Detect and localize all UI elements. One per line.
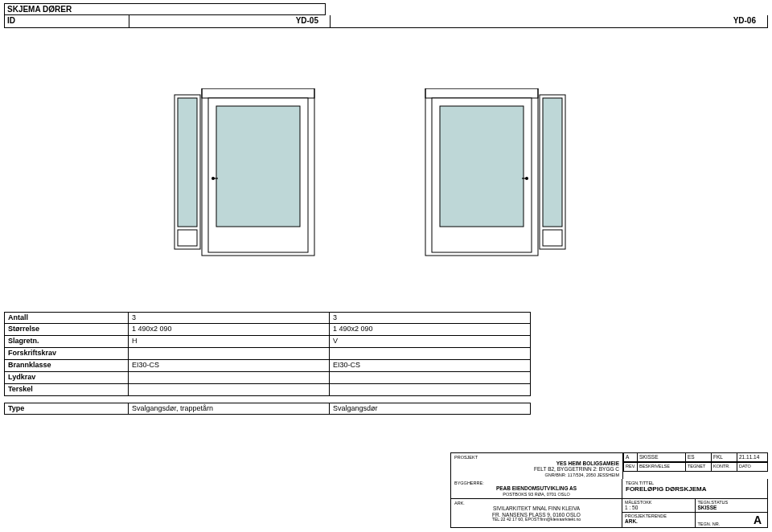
rev-id: A xyxy=(623,452,638,462)
drawing-number-label: TEGN. NR. xyxy=(698,522,721,526)
architect-name: SIVILARKITEKT MNAL FINN KLEIVA xyxy=(454,505,618,511)
scale-cell: MÅLESTOKK 1 : 50 xyxy=(622,499,696,512)
row-val-1: 3 xyxy=(129,312,330,324)
row-val-1: EI30-CS xyxy=(129,360,330,372)
id-col-1: YD-05 xyxy=(129,15,331,27)
revision-row: A SKISSE ES FKL 21.11.14 xyxy=(623,452,768,462)
row-val-1 xyxy=(129,348,330,360)
rev-drawn: ES xyxy=(686,452,712,462)
row-label: Slagretn. xyxy=(4,336,129,348)
table-row: Slagretn. H V xyxy=(4,336,531,348)
rev-desc: SKISSE xyxy=(638,452,686,462)
row-val-1 xyxy=(129,372,330,384)
row-val-2: 3 xyxy=(330,312,531,324)
status-value: SKISSE xyxy=(698,505,766,510)
svg-rect-16 xyxy=(543,98,562,227)
rev-h-drawn: TEGNET xyxy=(686,462,712,472)
row-val-2 xyxy=(330,348,531,360)
row-val-1: H xyxy=(129,336,330,348)
row-label: Størrelse xyxy=(4,324,129,336)
door-elevation-yd05 xyxy=(173,88,318,257)
table-row: Størrelse 1 490x2 090 1 490x2 090 xyxy=(4,324,531,336)
svg-rect-6 xyxy=(216,106,300,227)
architect-contact: TEL:22 42 17 60, EPOST:finn@kleivaarkite… xyxy=(454,518,618,522)
svg-rect-9 xyxy=(425,88,538,98)
rev-h-id: REV. xyxy=(623,462,638,472)
svg-rect-2 xyxy=(178,230,197,246)
revision-header: REV. BESKRIVELSE TEGNET KONTR. DATO xyxy=(623,462,768,472)
project-line3: GNR/BNR: 117/534, 2050 JESSHEIM xyxy=(454,473,619,477)
drawing-title-cell: TEGN.TITTEL FORELØPIG DØRSKJEMA xyxy=(622,479,767,498)
row-val-2: EI30-CS xyxy=(330,360,531,372)
row-label: Forskriftskrav xyxy=(4,348,129,360)
type-val-2: Svalgangsdør xyxy=(330,403,531,415)
row-label: Brannklasse xyxy=(4,360,129,372)
door-elevation-yd06 xyxy=(422,88,567,257)
status-cell: TEGN.STATUS SKISSE xyxy=(696,499,768,512)
project-line1: YES HEIM BOLIGSAMEIE xyxy=(454,460,619,466)
row-val-1 xyxy=(129,384,330,396)
drawing-number-cell: TEGN. NR. A xyxy=(696,513,768,527)
svg-rect-3 xyxy=(202,88,314,98)
drawing-title-value: FORELØPIG DØRSKJEMA xyxy=(626,485,764,493)
table-row: Lydkrav xyxy=(4,372,531,384)
type-row: Type Svalgangsdør, trappetårn Svalgangsd… xyxy=(4,403,531,415)
row-val-2: 1 490x2 090 xyxy=(330,324,531,336)
type-val-1: Svalgangsdør, trappetårn xyxy=(129,403,330,415)
drawing-number-value: A xyxy=(754,514,765,526)
client-addr: POSTBOKS 93 RØA, 0701 OSLO xyxy=(454,492,618,497)
client-cell: BYGGHERRE: PEAB EIENDOMSUTVIKLING AS POS… xyxy=(451,479,622,498)
project-line2: FELT B2, BYGGETRINN 2: BYGG C xyxy=(454,466,619,472)
project-cell: PROSJEKT YES HEIM BOLIGSAMEIE FELT B2, B… xyxy=(450,452,623,479)
table-row: Forskriftskrav xyxy=(4,348,531,360)
row-label: Antall xyxy=(4,312,129,324)
schedule-table: Antall 3 3 Størrelse 1 490x2 090 1 490x2… xyxy=(4,312,531,415)
discipline-value: ARK. xyxy=(625,518,692,524)
rev-h-date: DATO xyxy=(737,462,768,472)
title-block: PROSJEKT YES HEIM BOLIGSAMEIE FELT B2, B… xyxy=(450,452,768,528)
schema-title: SKJEMA DØRER xyxy=(4,3,326,15)
revision-table: A SKISSE ES FKL 21.11.14 REV. BESKRIVELS… xyxy=(623,452,768,479)
rev-h-desc: BESKRIVELSE xyxy=(638,462,686,472)
id-label: ID xyxy=(5,15,129,27)
discipline-cell: PROSJEKTERENDE ARK. xyxy=(622,513,696,527)
rev-date: 21.11.14 xyxy=(737,452,768,462)
row-label: Type xyxy=(4,403,129,415)
table-row: Terskel xyxy=(4,384,531,396)
scale-value: 1 : 50 xyxy=(625,505,692,510)
row-val-2 xyxy=(330,384,531,396)
row-label: Lydkrav xyxy=(4,372,129,384)
rev-h-check: KONTR. xyxy=(712,462,737,472)
row-val-2: V xyxy=(330,336,531,348)
row-label: Terskel xyxy=(4,384,129,396)
table-row: Brannklasse EI30-CS EI30-CS xyxy=(4,360,531,372)
rev-check: FKL xyxy=(712,452,737,462)
svg-rect-17 xyxy=(543,230,562,246)
svg-rect-1 xyxy=(178,98,197,227)
id-col-2: YD-06 xyxy=(331,15,767,27)
row-val-2 xyxy=(330,372,531,384)
architect-cell: ARK. SIVILARKITEKT MNAL FINN KLEIVA FR. … xyxy=(451,499,622,527)
client-name: PEAB EIENDOMSUTVIKLING AS xyxy=(454,485,618,491)
row-val-1: 1 490x2 090 xyxy=(129,324,330,336)
svg-rect-12 xyxy=(440,106,524,227)
id-header-row: ID YD-05 YD-06 xyxy=(4,15,768,28)
table-row: Antall 3 3 xyxy=(4,312,531,324)
